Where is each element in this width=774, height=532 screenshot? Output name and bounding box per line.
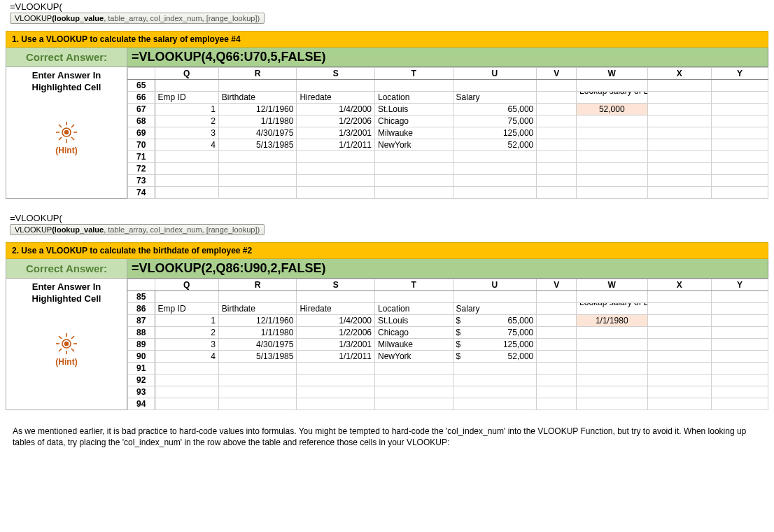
- col-header[interactable]: V: [537, 279, 577, 291]
- col-header[interactable]: Y: [711, 279, 768, 291]
- cell[interactable]: 4/30/1975: [218, 127, 297, 139]
- col-header[interactable]: X: [647, 68, 711, 80]
- cell[interactable]: Lookup salary of Emp ID 2: [577, 303, 647, 315]
- cell[interactable]: 1/1/1980: [218, 115, 297, 127]
- col-header[interactable]: S: [297, 279, 375, 291]
- cell[interactable]: NewYork: [375, 139, 453, 151]
- cell[interactable]: St.Louis: [375, 104, 453, 115]
- cell[interactable]: 65,000: [453, 104, 537, 115]
- table-row[interactable]: 70 4 5/13/1985 1/1/2011 NewYork 52,000: [128, 139, 768, 151]
- table-row[interactable]: 72: [128, 163, 768, 175]
- cell[interactable]: Hiredate: [297, 303, 375, 315]
- cell[interactable]: 4/30/1975: [218, 339, 297, 351]
- cell[interactable]: Milwauke: [375, 339, 453, 351]
- cell[interactable]: Hiredate: [297, 92, 375, 104]
- table-row[interactable]: 73: [128, 175, 768, 187]
- result-cell[interactable]: 1/1/1980: [577, 315, 647, 327]
- col-header[interactable]: S: [297, 68, 375, 80]
- cell[interactable]: 3: [155, 127, 218, 139]
- cell[interactable]: $65,000: [453, 315, 537, 327]
- table-row[interactable]: 93: [128, 386, 768, 398]
- cell[interactable]: 125,000: [453, 127, 537, 139]
- cell[interactable]: 3: [155, 339, 218, 351]
- table-row[interactable]: 71: [128, 151, 768, 163]
- col-header[interactable]: Y: [711, 68, 768, 80]
- table-row[interactable]: 92: [128, 374, 768, 386]
- cell[interactable]: Lookup salary of Emp ID 4: [577, 92, 647, 104]
- cell[interactable]: Location: [375, 303, 453, 315]
- cell[interactable]: 12/1/1960: [218, 315, 297, 327]
- cell[interactable]: Chicago: [375, 327, 453, 339]
- cell[interactable]: NewYork: [375, 351, 453, 363]
- formula-text[interactable]: =VLOOKUP(: [10, 1, 764, 12]
- result-cell[interactable]: 52,000: [577, 104, 647, 115]
- cell[interactable]: Salary: [453, 303, 537, 315]
- table-row[interactable]: 89 3 4/30/1975 1/3/2001 Milwauke $125,00…: [128, 339, 768, 351]
- col-header[interactable]: T: [375, 279, 453, 291]
- cell[interactable]: 75,000: [453, 115, 537, 127]
- cell[interactable]: 1/3/2001: [297, 127, 375, 139]
- cell[interactable]: Emp ID: [155, 92, 218, 104]
- table-row[interactable]: 90 4 5/13/1985 1/1/2011 NewYork $52,000: [128, 351, 768, 363]
- cell[interactable]: 5/13/1985: [218, 351, 297, 363]
- cell[interactable]: Birthdate: [218, 92, 297, 104]
- cell[interactable]: 1: [155, 315, 218, 327]
- cell[interactable]: $75,000: [453, 327, 537, 339]
- table-row[interactable]: 87 1 12/1/1960 1/4/2000 St.Louis $65,000…: [128, 315, 768, 327]
- col-header[interactable]: T: [375, 68, 453, 80]
- table-row[interactable]: 85: [128, 291, 768, 303]
- col-header[interactable]: U: [453, 68, 537, 80]
- col-header[interactable]: X: [647, 279, 711, 291]
- cell[interactable]: Salary: [453, 92, 537, 104]
- cell[interactable]: St.Louis: [375, 315, 453, 327]
- cell[interactable]: 2: [155, 115, 218, 127]
- cell[interactable]: 1: [155, 104, 218, 115]
- table-row[interactable]: 94: [128, 398, 768, 410]
- cell[interactable]: 1/3/2001: [297, 339, 375, 351]
- table-row[interactable]: 74: [128, 187, 768, 199]
- cell[interactable]: 52,000: [453, 139, 537, 151]
- formula-text[interactable]: =VLOOKUP(: [10, 213, 764, 223]
- table-row[interactable]: 67 1 12/1/1960 1/4/2000 St.Louis 65,000 …: [128, 104, 768, 115]
- table-row[interactable]: 68 2 1/1/1980 1/2/2006 Chicago 75,000: [128, 115, 768, 127]
- cell[interactable]: 4: [155, 139, 218, 151]
- cell[interactable]: 1/2/2006: [297, 115, 375, 127]
- table-row[interactable]: 86 Emp ID Birthdate Hiredate Location Sa…: [128, 303, 768, 315]
- lightbulb-icon: [55, 332, 78, 356]
- table-row[interactable]: 69 3 4/30/1975 1/3/2001 Milwauke 125,000: [128, 127, 768, 139]
- cell[interactable]: 1/1/2011: [297, 139, 375, 151]
- cell[interactable]: Emp ID: [155, 303, 218, 315]
- hint-button[interactable]: (Hint): [55, 120, 78, 155]
- cell[interactable]: 5/13/1985: [218, 139, 297, 151]
- cell[interactable]: 1/2/2006: [297, 327, 375, 339]
- cell[interactable]: Chicago: [375, 115, 453, 127]
- cell[interactable]: 2: [155, 327, 218, 339]
- cell[interactable]: 1/4/2000: [297, 315, 375, 327]
- col-header[interactable]: W: [577, 279, 647, 291]
- col-header[interactable]: Q: [155, 279, 218, 291]
- cell[interactable]: 1/1/2011: [297, 351, 375, 363]
- hint-button[interactable]: (Hint): [55, 332, 78, 367]
- cell[interactable]: Location: [375, 92, 453, 104]
- column-header-row: Q R S T U V W X Y: [128, 68, 768, 80]
- col-header[interactable]: V: [537, 68, 577, 80]
- cell[interactable]: Milwauke: [375, 127, 453, 139]
- col-header[interactable]: Q: [155, 68, 218, 80]
- col-header[interactable]: W: [577, 68, 647, 80]
- grid-1[interactable]: Q R S T U V W X Y 65 66 Emp ID Birthdate…: [127, 67, 768, 199]
- col-header[interactable]: R: [218, 68, 297, 80]
- col-header[interactable]: U: [453, 279, 537, 291]
- cell[interactable]: Birthdate: [218, 303, 297, 315]
- grid-2[interactable]: Q R S T U V W X Y 85 86 Emp ID Birthdate…: [127, 279, 768, 410]
- table-row[interactable]: 91: [128, 363, 768, 374]
- cell[interactable]: 4: [155, 351, 218, 363]
- cell[interactable]: $125,000: [453, 339, 537, 351]
- table-row[interactable]: 66 Emp ID Birthdate Hiredate Location Sa…: [128, 92, 768, 104]
- table-row[interactable]: 65: [128, 80, 768, 92]
- table-row[interactable]: 88 2 1/1/1980 1/2/2006 Chicago $75,000: [128, 327, 768, 339]
- cell[interactable]: $52,000: [453, 351, 537, 363]
- cell[interactable]: 12/1/1960: [218, 104, 297, 115]
- cell[interactable]: 1/4/2000: [297, 104, 375, 115]
- col-header[interactable]: R: [218, 279, 297, 291]
- cell[interactable]: 1/1/1980: [218, 327, 297, 339]
